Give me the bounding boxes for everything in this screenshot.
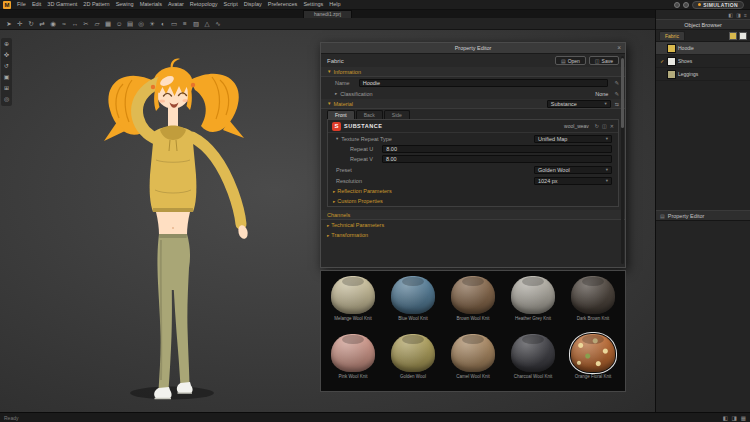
menu-item[interactable]: Retopology: [187, 0, 221, 9]
fabric-list-item[interactable]: ✓ Shoes: [656, 55, 750, 68]
wind-tool-icon[interactable]: ∿: [213, 19, 223, 29]
material-swatch[interactable]: [331, 276, 375, 314]
technical-parameters-row[interactable]: ▸ Technical Parameters: [321, 220, 625, 230]
camera-tool-icon[interactable]: ◎: [136, 19, 146, 29]
panel-scrollbar[interactable]: [621, 56, 624, 264]
dock-right-icon[interactable]: ◨: [736, 11, 741, 19]
material-swatch[interactable]: [391, 334, 435, 372]
menu-item[interactable]: File: [14, 0, 29, 9]
fabric-thumbnail[interactable]: [729, 32, 737, 40]
preset-row: Preset Golden Wool ▾: [328, 164, 618, 175]
material-swatch[interactable]: [451, 276, 495, 314]
account-icon[interactable]: [683, 2, 689, 8]
repeat-u-input[interactable]: 8.00: [382, 145, 612, 153]
information-section-header[interactable]: ▼ Information: [321, 67, 625, 77]
material-swatch[interactable]: [571, 276, 615, 314]
pin-tool-icon[interactable]: ◉: [48, 19, 58, 29]
menu-item[interactable]: Script: [221, 0, 241, 9]
mirror-tool-icon[interactable]: ⇄: [37, 19, 47, 29]
material-swatch[interactable]: [391, 276, 435, 314]
menu-item[interactable]: 2D Pattern: [80, 0, 112, 9]
fabric-swatch-thumb: [667, 44, 676, 53]
save-button[interactable]: ◫ Save: [589, 56, 619, 65]
render-tool-icon[interactable]: ◐: [158, 19, 168, 29]
material-swatch[interactable]: [331, 334, 375, 372]
flatten-tool-icon[interactable]: ▭: [169, 19, 179, 29]
custom-properties-row[interactable]: ▸ Custom Properties: [328, 196, 618, 206]
arrange-tool-icon[interactable]: ▤: [125, 19, 135, 29]
channels-section-header[interactable]: Channels: [321, 210, 625, 220]
reflection-parameters-row[interactable]: ▸ Reflection Parameters: [328, 186, 618, 196]
pan-tool-icon[interactable]: ✜: [1, 51, 12, 60]
material-swatch[interactable]: [511, 276, 555, 314]
material-swatch[interactable]: [511, 334, 555, 372]
chevron-down-icon[interactable]: ▾: [336, 136, 338, 141]
texture-repeat-dropdown[interactable]: Unified Map ▾: [534, 135, 612, 143]
simulation-toggle[interactable]: SIMULATION: [692, 1, 744, 9]
pattern-tool-icon[interactable]: ▱: [92, 19, 102, 29]
edit-pencil-icon[interactable]: ✎: [614, 80, 619, 86]
preset-dropdown[interactable]: Golden Wool ▾: [534, 166, 612, 174]
export-icon[interactable]: ◫: [602, 123, 607, 129]
menu-item[interactable]: Avatar: [165, 0, 187, 9]
material-preview-grid: Melange Wool Knit Blue Wool Knit Brown W…: [320, 270, 626, 392]
single-view-icon[interactable]: ◧: [722, 415, 727, 421]
document-tab[interactable]: hanedi1.zprj: [303, 10, 352, 18]
tab-side[interactable]: Side: [384, 110, 410, 119]
edit-pencil-icon[interactable]: ✎: [614, 91, 619, 97]
snapshot-tool-icon[interactable]: ◎: [1, 95, 12, 104]
layers-tool-icon[interactable]: ≡: [180, 19, 190, 29]
rotate-tool-icon[interactable]: ↻: [26, 19, 36, 29]
menu-item[interactable]: Materials: [137, 0, 165, 9]
reload-icon[interactable]: ↻: [595, 123, 599, 129]
material-section-header[interactable]: ▼ Material Substance ▾ ⇆: [321, 99, 625, 109]
gizmo-tool-icon[interactable]: ⊞: [1, 84, 12, 93]
menu-item[interactable]: Settings: [300, 0, 326, 9]
transformation-row[interactable]: ▸ Transformation: [321, 230, 625, 240]
repeat-v-input[interactable]: 8.00: [382, 155, 612, 163]
tab-fabric[interactable]: Fabric: [659, 31, 685, 40]
sidebar-property-editor-header[interactable]: ▤ Property Editor: [656, 210, 750, 221]
menu-item[interactable]: Sewing: [113, 0, 137, 9]
split-view-icon[interactable]: ◨: [732, 415, 737, 421]
frame-view-icon[interactable]: ▣: [1, 73, 12, 82]
fabric-list-item[interactable]: ✓ Leggings: [656, 68, 750, 81]
menu-item[interactable]: Display: [241, 0, 265, 9]
texture-tool-icon[interactable]: ▨: [191, 19, 201, 29]
triangle-tool-icon[interactable]: △: [202, 19, 212, 29]
panel-scrollbar-thumb[interactable]: [621, 58, 624, 128]
property-editor-titlebar[interactable]: Property Editor ×: [321, 43, 625, 54]
select-tool-icon[interactable]: ➤: [4, 19, 14, 29]
move-tool-icon[interactable]: ✛: [15, 19, 25, 29]
panel-menu-icon[interactable]: ≡: [744, 11, 747, 19]
avatar-tool-icon[interactable]: ☺: [114, 19, 124, 29]
fabric-thumbnail[interactable]: [739, 32, 747, 40]
material-type-dropdown[interactable]: Substance ▾: [547, 100, 611, 108]
tab-front[interactable]: Front: [327, 110, 355, 119]
light-tool-icon[interactable]: ☀: [147, 19, 157, 29]
menu-item[interactable]: 3D Garment: [44, 0, 80, 9]
open-button[interactable]: ▤ Open: [555, 56, 586, 65]
menu-item[interactable]: Help: [326, 0, 343, 9]
measure-tool-icon[interactable]: ↔: [70, 19, 80, 29]
link-icon[interactable]: ⇆: [615, 101, 619, 107]
remove-icon[interactable]: ✕: [610, 123, 614, 129]
material-swatch[interactable]: [571, 334, 615, 372]
zoom-tool-icon[interactable]: ⊕: [1, 40, 12, 49]
menu-item[interactable]: Edit: [29, 0, 44, 9]
dock-left-icon[interactable]: ◧: [729, 11, 734, 19]
material-swatch[interactable]: [451, 334, 495, 372]
orbit-tool-icon[interactable]: ↺: [1, 62, 12, 71]
chevron-right-icon[interactable]: ▸: [335, 91, 337, 96]
grid-tool-icon[interactable]: ▦: [103, 19, 113, 29]
cloud-icon[interactable]: [674, 2, 680, 8]
sewing-tool-icon[interactable]: ≈: [59, 19, 69, 29]
tab-back[interactable]: Back: [356, 110, 383, 119]
scissors-tool-icon[interactable]: ✂: [81, 19, 91, 29]
menu-item[interactable]: Preferences: [265, 0, 301, 9]
name-input[interactable]: Hoodie: [359, 79, 609, 87]
resolution-dropdown[interactable]: 1024 px ▾: [534, 177, 612, 185]
quad-view-icon[interactable]: ▦: [741, 415, 746, 421]
fabric-list-item[interactable]: ✓ Hoodie: [656, 42, 750, 55]
close-icon[interactable]: ×: [617, 43, 621, 53]
